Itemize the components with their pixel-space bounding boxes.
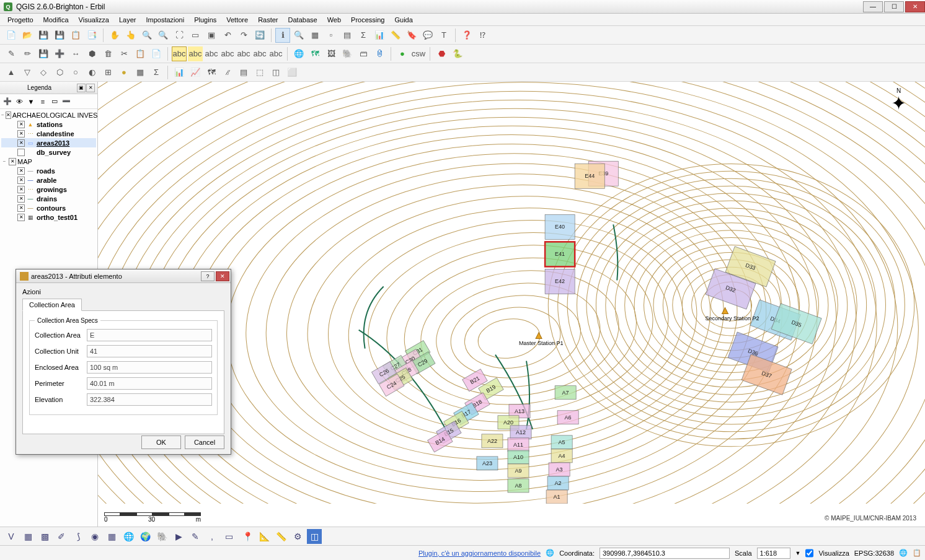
delete-icon[interactable]: 🗑 [100, 46, 115, 61]
raster-tool5-icon[interactable]: ▤ [236, 65, 251, 80]
metasearch-icon[interactable]: ● [395, 46, 410, 61]
refresh-icon[interactable]: 🔄 [252, 28, 267, 43]
layer-item[interactable]: db_survey [1, 147, 96, 157]
panel-close-button[interactable]: ✕ [86, 84, 95, 92]
label6-icon[interactable]: abc [252, 46, 267, 61]
layer-item[interactable]: ✕⋯growings [1, 185, 96, 194]
deselect-icon[interactable]: ▫ [324, 28, 339, 43]
help-icon[interactable]: ❓ [459, 28, 474, 43]
open-project-icon[interactable]: 📂 [20, 28, 35, 43]
field-input[interactable] [87, 377, 212, 390]
menu-raster[interactable]: Raster [253, 15, 283, 25]
menu-progetto[interactable]: Progetto [2, 15, 38, 25]
postgis-icon[interactable]: 🐘 [340, 46, 355, 61]
new-composer-icon[interactable]: 📋 [68, 28, 83, 43]
save-edits-icon[interactable]: 💾 [36, 46, 51, 61]
composer-manager-icon[interactable]: 📑 [84, 28, 99, 43]
field-input[interactable] [87, 361, 212, 374]
menu-database[interactable]: Database [283, 15, 322, 25]
raster-tool4-icon[interactable]: ⫽ [220, 65, 235, 80]
field-input[interactable] [87, 393, 212, 406]
label7-icon[interactable]: abc [268, 46, 283, 61]
zoom-in-icon[interactable]: 🔍 [139, 28, 154, 43]
menu-visualizza[interactable]: Visualizza [74, 15, 114, 25]
panel-float-button[interactable]: ▣ [77, 84, 86, 92]
area-A23[interactable]: A23 [477, 457, 498, 470]
zoom-last-icon[interactable]: ↶ [220, 28, 235, 43]
vector-tool3-icon[interactable]: ◇ [36, 65, 51, 80]
copy-icon[interactable]: 📋 [133, 46, 148, 61]
measure2-icon[interactable]: 📐 [257, 529, 272, 544]
vector-tool8-icon[interactable]: ● [117, 65, 131, 80]
menu-vettore[interactable]: Vettore [221, 15, 253, 25]
dialog-close-button[interactable]: ✕ [216, 271, 229, 281]
area-E41[interactable]: E41 [545, 242, 575, 266]
dig3-icon[interactable]: ▩ [37, 529, 52, 544]
area-A4[interactable]: A4 [551, 449, 572, 463]
expand-icon[interactable]: ≡ [38, 97, 48, 107]
vector-tool4-icon[interactable]: ⬡ [52, 65, 67, 80]
menu-layer[interactable]: Layer [114, 15, 141, 25]
csw-icon[interactable]: csw [411, 46, 426, 61]
label4-icon[interactable]: abc [220, 46, 235, 61]
processing-icon[interactable]: ⚙ [290, 529, 305, 544]
raster-tool-icon[interactable]: 📊 [172, 65, 187, 80]
minimize-button[interactable]: — [863, 1, 883, 12]
zoom-out-icon[interactable]: 🔍 [156, 28, 170, 43]
raster-tool8-icon[interactable]: ⬜ [285, 65, 299, 80]
wms-icon[interactable]: 🌐 [291, 46, 306, 61]
remove-icon[interactable]: ➖ [61, 97, 71, 107]
area-A6[interactable]: A6 [557, 411, 578, 424]
dig9-icon[interactable]: 🌍 [138, 529, 153, 544]
menu-processing[interactable]: Processing [346, 15, 389, 25]
menu-web[interactable]: Web [322, 15, 346, 25]
add-group-icon[interactable]: ➕ [2, 97, 12, 107]
dig12-icon[interactable]: ✎ [188, 529, 203, 544]
save-as-icon[interactable]: 💾 [52, 28, 67, 43]
label2-icon[interactable]: abc [188, 46, 203, 61]
menu-plugins[interactable]: Plugins [189, 15, 221, 25]
crs-button[interactable]: 🌐 [899, 549, 908, 557]
layer-item[interactable]: ✕▲stations [1, 120, 96, 129]
db-icon[interactable]: 🛢 [372, 46, 387, 61]
area-A10[interactable]: A10 [508, 450, 529, 464]
stats-icon[interactable]: 📊 [372, 28, 387, 43]
wfs-icon[interactable]: 🗺 [308, 46, 322, 61]
dig14-icon[interactable]: ▭ [221, 529, 236, 544]
dig11-icon[interactable]: ▶ [171, 529, 186, 544]
field-input[interactable] [87, 329, 212, 341]
dig2-icon[interactable]: ▦ [20, 529, 35, 544]
raster-tool2-icon[interactable]: 📈 [188, 65, 203, 80]
layer-item[interactable]: ✕—drains [1, 194, 96, 203]
ruler-icon[interactable]: 📏 [273, 529, 288, 544]
plugin-update-link[interactable]: Plugin, c'è un aggiornamento disponibile [418, 549, 541, 557]
raster-tool6-icon[interactable]: ⬚ [252, 65, 267, 80]
zoom-selection-icon[interactable]: ▣ [204, 28, 219, 43]
render-checkbox[interactable] [805, 548, 813, 559]
dig6-icon[interactable]: ◉ [87, 529, 102, 544]
label5-icon[interactable]: abc [236, 46, 251, 61]
edit-icon[interactable]: ✎ [4, 46, 19, 61]
zoom-native-icon[interactable]: 🔍 [291, 28, 306, 43]
identify-icon[interactable]: ℹ [275, 28, 290, 43]
ok-button[interactable]: OK [141, 435, 181, 449]
raster-icon[interactable]: 🖼 [324, 46, 339, 61]
label3-icon[interactable]: abc [204, 46, 219, 61]
node-tool-icon[interactable]: ⬢ [84, 46, 99, 61]
area-E42[interactable]: E42 [545, 269, 575, 294]
filter-icon[interactable]: ▼ [26, 97, 36, 107]
measure-icon[interactable]: 📏 [388, 28, 403, 43]
area-A11[interactable]: A11 [508, 438, 529, 452]
pan-icon[interactable]: ✋ [107, 28, 122, 43]
vector-tool2-icon[interactable]: ▽ [20, 65, 35, 80]
layer-group[interactable]: −✕MAP [1, 157, 96, 166]
pan-selection-icon[interactable]: 👆 [123, 28, 138, 43]
area-A8[interactable]: A8 [508, 479, 529, 492]
layer-item[interactable]: ✕▭areas2013 [1, 138, 96, 147]
python-icon[interactable]: 🐍 [450, 46, 465, 61]
cut-icon[interactable]: ✂ [117, 46, 131, 61]
log-button[interactable]: 📋 [913, 549, 921, 557]
scale-input[interactable] [757, 548, 790, 559]
area-A7[interactable]: A7 [555, 386, 576, 400]
move-feature-icon[interactable]: ↔ [68, 46, 83, 61]
